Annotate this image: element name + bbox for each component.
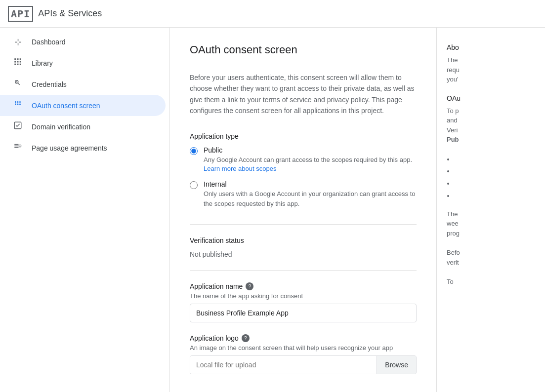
sidebar-item-oauth-consent[interactable]: OAuth consent screen (0, 95, 166, 116)
right-panel: Abo Therequyou' OAu To pandVeriPub Thewe… (436, 28, 545, 392)
radio-option-internal: Internal Only users with a Google Accoun… (190, 180, 417, 208)
content-area: OAuth consent screen Before your users a… (170, 28, 545, 392)
radio-internal-content: Internal Only users with a Google Accoun… (204, 180, 417, 208)
sidebar: ⊹ Dashboard Library Credentials OAuth co… (0, 28, 170, 392)
application-type-group: Public Any Google Account can grant acce… (190, 146, 417, 209)
top-bar-title: APIs & Services (38, 8, 102, 19)
svg-point-13 (19, 101, 21, 103)
application-logo-label: Application logo ? (190, 334, 417, 342)
application-name-hint: The name of the app asking for consent (190, 292, 417, 300)
radio-internal-description: Only users with a Google Account in your… (204, 189, 417, 208)
svg-rect-1 (17, 58, 19, 60)
dashboard-icon: ⊹ (12, 37, 24, 47)
sidebar-label-page-usage: Page usage agreements (32, 144, 107, 152)
right-section-2-text: To pandVeriPub (447, 106, 535, 145)
sidebar-label-oauth: OAuth consent screen (32, 102, 100, 110)
radio-public-title: Public (204, 146, 412, 154)
svg-rect-4 (17, 61, 19, 63)
application-name-field: Application name ? The name of the app a… (190, 282, 417, 322)
radio-public-description: Any Google Account can grant access to t… (204, 155, 412, 165)
application-logo-hint: An image on the consent screen that will… (190, 344, 417, 352)
application-logo-field: Application logo ? An image on the conse… (190, 334, 417, 374)
domain-verification-icon (12, 121, 24, 132)
svg-point-16 (19, 104, 21, 105)
logo-area: API APIs & Services (8, 6, 102, 22)
svg-point-14 (15, 104, 16, 105)
sidebar-item-library[interactable]: Library (0, 52, 166, 74)
radio-internal-title: Internal (204, 180, 417, 188)
sidebar-item-dashboard[interactable]: ⊹ Dashboard (0, 32, 166, 52)
right-bullet-list (447, 155, 535, 201)
application-type-label: Application type (190, 132, 417, 140)
bullet-2 (455, 166, 535, 177)
file-upload-row: Browse (190, 355, 417, 374)
sidebar-label-dashboard: Dashboard (32, 38, 66, 46)
credentials-icon (12, 78, 24, 90)
svg-rect-3 (14, 61, 16, 63)
main-content: OAuth consent screen Before your users a… (170, 28, 436, 392)
svg-rect-0 (14, 58, 16, 60)
svg-point-21 (19, 145, 21, 147)
svg-point-10 (16, 81, 17, 82)
verification-status-label: Verification status (190, 236, 417, 244)
main-layout: ⊹ Dashboard Library Credentials OAuth co… (0, 28, 545, 392)
page-title: OAuth consent screen (190, 43, 417, 56)
radio-public[interactable] (190, 147, 198, 155)
application-name-help-icon[interactable]: ? (246, 282, 253, 290)
bullet-1 (455, 155, 535, 165)
verification-status-value: Not published (190, 250, 417, 258)
right-to-label: To (447, 277, 535, 287)
svg-point-12 (17, 101, 19, 103)
application-logo-help-icon[interactable]: ? (242, 334, 250, 342)
right-section-3-text: Theweeprog (447, 209, 535, 238)
bullet-4 (455, 191, 535, 201)
right-section-1-title: Abo (447, 43, 535, 51)
sidebar-item-credentials[interactable]: Credentials (0, 74, 166, 95)
top-bar: API APIs & Services (0, 0, 545, 28)
api-logo: API (8, 6, 33, 22)
right-section-4-text: Befoverit (447, 248, 535, 267)
right-section-1-text: Therequyou' (447, 55, 535, 84)
learn-more-scopes-link[interactable]: Learn more about scopes (204, 165, 276, 172)
bullet-3 (455, 179, 535, 189)
oauth-icon (12, 100, 24, 111)
svg-rect-8 (20, 64, 21, 65)
radio-option-public: Public Any Google Account can grant acce… (190, 146, 417, 173)
application-name-label-text: Application name (190, 282, 243, 290)
divider-2 (190, 270, 417, 271)
svg-point-15 (17, 104, 19, 105)
divider-1 (190, 224, 417, 225)
page-usage-icon (12, 142, 24, 154)
sidebar-label-domain-verification: Domain verification (32, 123, 90, 131)
svg-rect-2 (20, 58, 21, 60)
svg-rect-5 (20, 61, 21, 63)
svg-rect-6 (14, 64, 16, 65)
radio-public-content: Public Any Google Account can grant acce… (204, 146, 412, 173)
svg-point-11 (15, 101, 16, 103)
sidebar-item-page-usage[interactable]: Page usage agreements (0, 137, 166, 158)
sidebar-item-domain-verification[interactable]: Domain verification (0, 116, 166, 137)
browse-button[interactable]: Browse (377, 356, 416, 374)
description-text: Before your users authenticate, this con… (190, 72, 417, 117)
file-upload-input[interactable] (190, 356, 377, 374)
application-name-input[interactable] (190, 304, 417, 322)
application-logo-label-text: Application logo (190, 334, 239, 342)
application-name-label: Application name ? (190, 282, 417, 290)
verification-status-section: Verification status Not published (190, 236, 417, 258)
library-icon (12, 57, 24, 69)
radio-internal[interactable] (190, 181, 198, 189)
svg-rect-7 (17, 64, 19, 65)
sidebar-label-library: Library (32, 59, 53, 67)
right-section-2-title: OAu (447, 94, 535, 102)
sidebar-label-credentials: Credentials (32, 80, 67, 88)
